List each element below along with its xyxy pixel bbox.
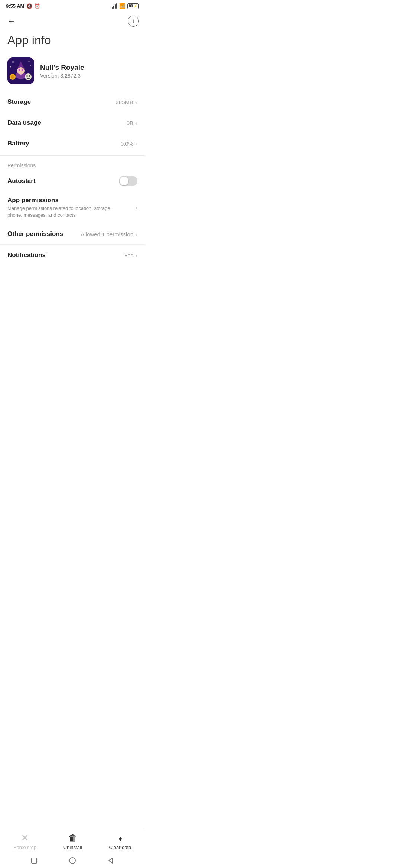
top-nav: ← i (0, 11, 145, 30)
storage-value: 385MB (115, 99, 133, 105)
other-permissions-row[interactable]: Other permissions Allowed 1 permission › (0, 224, 145, 244)
app-permissions-text: App permissions Manage permissions relat… (7, 197, 136, 218)
other-permissions-value: Allowed 1 permission (81, 231, 133, 237)
other-permissions-label: Other permissions (7, 230, 63, 238)
back-button[interactable]: ← (6, 15, 17, 27)
info-button[interactable]: i (128, 16, 139, 27)
svg-point-11 (25, 73, 32, 80)
page-title: App info (0, 30, 145, 55)
storage-chevron: › (136, 99, 137, 105)
other-permissions-value-group: Allowed 1 permission › (81, 231, 137, 237)
data-usage-row[interactable]: Data usage 0B › (0, 112, 145, 133)
autostart-toggle[interactable] (119, 176, 137, 186)
notifications-value: Yes (124, 252, 133, 259)
svg-point-9 (19, 69, 20, 71)
battery-value: 0.0% (121, 141, 133, 147)
notifications-value-group: Yes › (124, 252, 137, 259)
app-permissions-title: App permissions (7, 197, 136, 204)
data-usage-value: 0B (127, 120, 133, 126)
mute-icon: 🔇 (26, 3, 32, 9)
app-permissions-chevron: › (136, 204, 137, 211)
storage-value-group: 385MB › (115, 99, 137, 105)
alarm-icon: ⏰ (34, 3, 40, 9)
status-indicators: 📶 80 ⚡ (112, 3, 139, 9)
data-usage-label: Data usage (7, 119, 41, 126)
notifications-row[interactable]: Notifications Yes › (0, 244, 145, 266)
svg-point-4 (10, 66, 11, 68)
battery-value-group: 0.0% › (121, 141, 137, 147)
app-icon (7, 57, 34, 84)
app-permissions-row[interactable]: App permissions Manage permissions relat… (0, 191, 145, 224)
section-divider (0, 155, 145, 156)
battery-label: Battery (7, 140, 29, 147)
storage-label: Storage (7, 98, 31, 106)
autostart-label: Autostart (7, 177, 36, 185)
battery-icon: 80 ⚡ (127, 3, 139, 9)
app-details: Null's Royale Version: 3.2872.3 (40, 63, 84, 79)
other-permissions-chevron: › (136, 231, 137, 237)
app-icon-svg (7, 57, 34, 84)
app-info-card: Null's Royale Version: 3.2872.3 (0, 55, 145, 92)
notifications-label: Notifications (7, 251, 46, 259)
svg-point-3 (30, 65, 31, 66)
svg-point-10 (22, 69, 23, 71)
svg-point-2 (29, 61, 30, 62)
notifications-chevron: › (136, 252, 137, 259)
battery-chevron: › (136, 141, 137, 147)
bottom-spacer (0, 266, 145, 310)
status-icons: 🔇 ⏰ (26, 3, 40, 9)
data-usage-chevron: › (136, 120, 137, 126)
svg-point-1 (12, 61, 14, 63)
battery-row[interactable]: Battery 0.0% › (0, 133, 145, 154)
permissions-header: Permissions (0, 157, 145, 171)
app-permissions-desc: Manage permissions related to location, … (7, 205, 123, 218)
signal-icon (112, 3, 117, 9)
info-icon: i (133, 18, 134, 24)
wifi-icon: 📶 (119, 3, 125, 9)
storage-row[interactable]: Storage 385MB › (0, 92, 145, 112)
svg-point-8 (17, 67, 25, 75)
status-time: 9:55 AM 🔇 ⏰ (6, 3, 40, 9)
svg-point-16 (11, 75, 14, 79)
svg-rect-14 (27, 78, 30, 79)
data-usage-value-group: 0B › (127, 120, 137, 126)
autostart-row: Autostart (0, 171, 145, 191)
app-name: Null's Royale (40, 63, 84, 72)
app-version: Version: 3.2872.3 (40, 73, 84, 79)
status-bar: 9:55 AM 🔇 ⏰ 📶 80 ⚡ (0, 0, 145, 11)
svg-point-13 (29, 75, 30, 77)
svg-point-12 (26, 75, 28, 77)
toggle-thumb (120, 177, 128, 185)
